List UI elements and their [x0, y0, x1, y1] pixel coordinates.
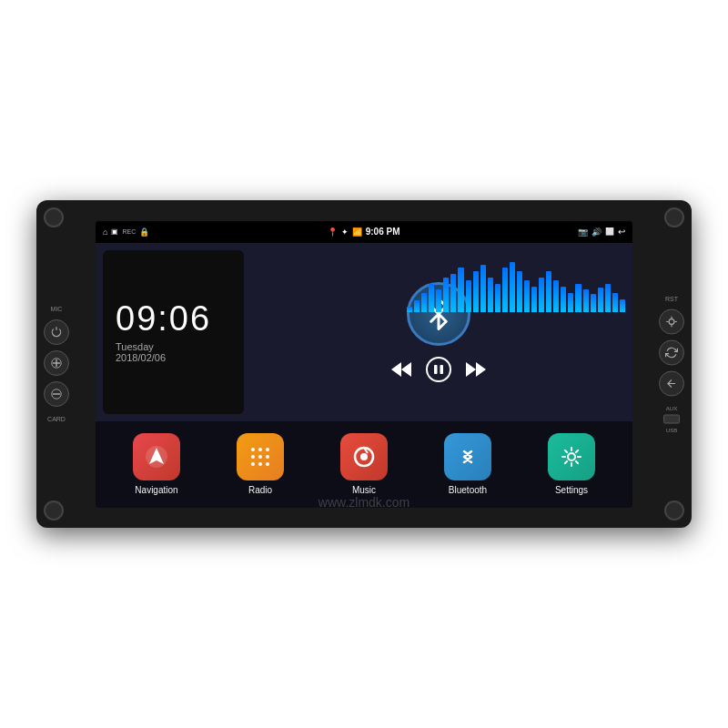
prev-button[interactable] — [391, 362, 411, 377]
volume-up-button[interactable] — [44, 350, 69, 376]
card-label: CARD — [47, 416, 66, 422]
eq-bar — [605, 284, 611, 312]
bt-status-icon: ✦ — [341, 228, 349, 237]
top-section: 09:06 Tuesday 2018/02/06 — [96, 243, 632, 421]
next-button[interactable] — [466, 362, 486, 377]
status-left: ⌂ ▣ REC 🔒 — [103, 228, 149, 237]
eq-bar — [598, 288, 603, 311]
eq-bar — [524, 280, 530, 311]
clock-time: 09:06 — [116, 301, 211, 336]
aux-usb-area: AUX USB — [663, 406, 680, 433]
nav-button[interactable] — [659, 309, 684, 335]
screen-icon: ⬜ — [605, 228, 614, 236]
camera-icon: 📷 — [578, 228, 588, 237]
status-right: 📷 🔊 ⬜ ↩ — [578, 227, 625, 237]
eq-bar — [553, 280, 559, 311]
player-controls — [391, 357, 486, 382]
svg-point-25 — [669, 319, 674, 325]
bolt-tl — [44, 207, 64, 228]
eq-bar — [480, 265, 486, 312]
settings-label: Settings — [555, 485, 588, 495]
radio-label: Radio — [248, 485, 272, 495]
eq-bar — [458, 268, 463, 311]
music-icon — [340, 433, 388, 480]
eq-bar — [443, 278, 449, 312]
eq-bar — [407, 307, 412, 312]
app-music[interactable]: Music — [328, 433, 400, 495]
svg-marker-11 — [476, 362, 486, 377]
eq-bar — [575, 284, 581, 312]
volume-icon: 🔊 — [592, 228, 602, 237]
car-unit: MIC CARD ⌂ ▣ REC 🔒 — [36, 200, 692, 528]
svg-point-20 — [258, 462, 262, 466]
eq-bar — [546, 271, 551, 312]
bluetooth-app-icon — [444, 433, 491, 480]
eq-bar — [591, 294, 596, 311]
app-radio[interactable]: Radio — [224, 433, 297, 495]
eq-bar — [568, 293, 573, 312]
svg-point-19 — [251, 462, 255, 466]
gallery-icon: ▣ — [111, 228, 118, 236]
left-controls: MIC CARD — [44, 306, 69, 422]
bolt-bl — [44, 500, 64, 521]
volume-down-button[interactable] — [44, 381, 69, 407]
eq-bar — [510, 262, 515, 312]
lock-icon: 🔒 — [139, 228, 149, 237]
app-navigation[interactable]: Navigation — [120, 433, 193, 495]
eq-bar — [488, 278, 493, 312]
rst-label: RST — [665, 296, 678, 302]
bt-player — [251, 250, 625, 414]
svg-point-13 — [251, 448, 255, 451]
back-button[interactable] — [659, 371, 684, 397]
power-button[interactable] — [44, 319, 69, 345]
eq-bar — [583, 289, 589, 311]
navigation-label: Navigation — [135, 485, 177, 495]
wifi-icon: 📶 — [352, 228, 362, 237]
svg-marker-10 — [466, 362, 476, 377]
svg-point-16 — [251, 455, 255, 459]
svg-point-18 — [266, 455, 269, 459]
mic-label: MIC — [51, 306, 63, 312]
clock-day: Tuesday — [116, 341, 154, 352]
play-pause-button[interactable] — [426, 357, 451, 382]
svg-point-15 — [266, 448, 269, 451]
main-screen: ⌂ ▣ REC 🔒 📍 ✦ 📶 9:06 PM 📷 🔊 ⬜ ↩ — [96, 221, 632, 508]
svg-point-24 — [568, 453, 575, 460]
app-bluetooth[interactable]: Bluetooth — [431, 433, 504, 495]
svg-point-14 — [258, 448, 262, 451]
eq-bar — [620, 299, 625, 312]
app-settings[interactable]: Settings — [535, 433, 608, 495]
home-icon[interactable]: ⌂ — [103, 228, 107, 237]
status-bar: ⌂ ▣ REC 🔒 📍 ✦ 📶 9:06 PM 📷 🔊 ⬜ ↩ — [96, 221, 632, 243]
eq-bar — [466, 280, 471, 311]
navigation-icon — [133, 433, 180, 480]
svg-point-21 — [266, 462, 269, 466]
bluetooth-label: Bluetooth — [449, 485, 487, 495]
bolt-tr — [664, 207, 684, 228]
eq-bar — [539, 278, 544, 312]
eq-bar — [612, 293, 618, 312]
svg-point-17 — [258, 455, 262, 459]
eq-bar — [450, 274, 456, 311]
svg-marker-6 — [391, 362, 401, 377]
app-grid: Navigation Radio — [96, 421, 632, 508]
eq-bar — [436, 289, 441, 311]
svg-point-23 — [360, 453, 368, 460]
svg-point-7 — [427, 358, 450, 381]
usb-label: USB — [666, 428, 677, 433]
location-icon: 📍 — [328, 228, 338, 237]
clock-widget: 09:06 Tuesday 2018/02/06 — [103, 250, 244, 414]
eq-bar — [561, 287, 566, 312]
status-center: 📍 ✦ 📶 9:06 PM — [328, 227, 400, 237]
eq-bar — [495, 284, 500, 312]
music-label: Music — [352, 485, 376, 495]
aux-label: AUX — [666, 406, 677, 411]
eq-bar — [531, 287, 537, 312]
time-display: 9:06 PM — [366, 227, 400, 237]
back-nav-icon[interactable]: ↩ — [618, 227, 625, 237]
usb-port[interactable] — [663, 415, 680, 424]
refresh-button[interactable] — [659, 340, 684, 366]
eq-bar — [414, 300, 420, 311]
radio-icon — [237, 433, 284, 480]
eq-bar — [429, 284, 434, 312]
